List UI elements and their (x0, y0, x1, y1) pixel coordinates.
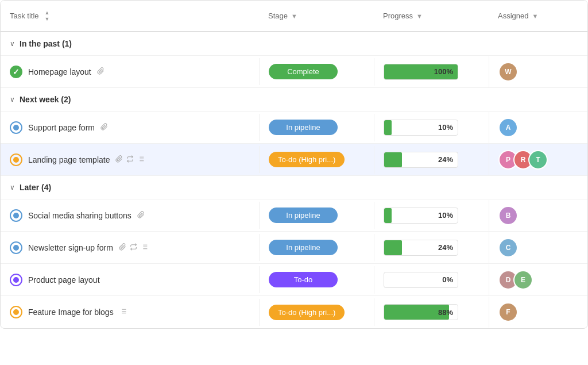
progress-label-feature-image-blogs: 88% (438, 308, 453, 317)
assigned-label: Assigned (498, 11, 528, 20)
chevron-icon: ∨ (10, 95, 15, 103)
avatar: B (498, 206, 518, 225)
group-title: In the past (1) (20, 39, 72, 48)
task-status-icon-homepage-layout: ✓ (10, 66, 22, 78)
assigned-cell-feature-image-blogs: F (489, 297, 586, 328)
stage-label: Stage (268, 11, 288, 20)
avatar-group-newsletter-signup: C (498, 238, 518, 258)
paperclip-icon (137, 211, 145, 220)
avatar-group-social-media-sharing: B (498, 206, 518, 225)
repeat-icon (126, 155, 134, 164)
group-header-next-week[interactable]: ∨ Next week (2) (1, 88, 587, 112)
stage-badge-product-page-layout[interactable]: To-do (269, 272, 338, 287)
progress-fill-social-media-sharing (384, 208, 392, 223)
stage-badge-feature-image-blogs[interactable]: To-do (High pri...) (269, 305, 345, 320)
progress-label-social-media-sharing: 10% (438, 211, 453, 220)
progress-bar-homepage-layout: 100% (384, 64, 458, 80)
chevron-down-icon: ▼ (291, 13, 297, 20)
avatar-group-homepage-layout: W (498, 62, 518, 82)
avatar: F (498, 302, 518, 322)
task-cell-newsletter-signup: Newsletter sign-up form (1, 236, 259, 260)
task-cell-feature-image-blogs: Feature Image for blogs (1, 300, 259, 324)
stage-cell-landing-page-template: To-do (High pri...) (259, 146, 374, 173)
task-title-product-page-layout[interactable]: Product page layout (28, 275, 100, 285)
avatar: C (498, 238, 518, 258)
avatar-group-landing-page-template: PRT (498, 150, 548, 170)
task-row-homepage-layout: ✓Homepage layoutComplete100%W (1, 56, 587, 88)
table-header: Task title ▲ ▼ Stage ▼ Progress ▼ Assign… (1, 1, 587, 32)
paperclip-icon (97, 67, 105, 76)
task-cell-support-page-form: Support page form (1, 116, 259, 140)
progress-cell-landing-page-template: 24% (374, 146, 489, 174)
stage-badge-homepage-layout[interactable]: Complete (269, 64, 338, 79)
avatar: E (513, 270, 533, 290)
checkmark-icon: ✓ (13, 67, 20, 76)
progress-cell-homepage-layout: 100% (374, 58, 489, 86)
avatar-group-product-page-layout: DE (498, 270, 533, 290)
task-row-feature-image-blogs: Feature Image for blogsTo-do (High pri..… (1, 296, 587, 328)
task-cell-landing-page-template: Landing page template (1, 148, 259, 172)
task-row-landing-page-template: Landing page templateTo-do (High pri...)… (1, 144, 587, 176)
paperclip-icon (115, 155, 123, 164)
task-title-homepage-layout[interactable]: Homepage layout (28, 67, 91, 76)
progress-bar-newsletter-signup: 24% (384, 240, 458, 256)
task-row-newsletter-signup: Newsletter sign-up formIn pipeline24%C (1, 232, 587, 264)
progress-bar-feature-image-blogs: 88% (384, 304, 458, 320)
circle-icon (13, 309, 19, 315)
progress-label-landing-page-template: 24% (438, 155, 453, 164)
task-status-icon-support-page-form (10, 121, 22, 134)
sort-icon: ▲ ▼ (45, 10, 50, 22)
circle-icon (13, 125, 19, 130)
task-title-label: Task title (10, 11, 39, 20)
chevron-down-icon: ▼ (416, 13, 423, 20)
header-assigned[interactable]: Assigned ▼ (489, 6, 586, 25)
stage-cell-homepage-layout: Complete (259, 58, 374, 85)
task-action-icons-landing-page-template (115, 155, 145, 164)
task-row-product-page-layout: Product page layoutTo-do0%DE (1, 264, 587, 296)
progress-label-homepage-layout: 100% (434, 67, 453, 76)
progress-label-support-page-form: 10% (438, 123, 453, 132)
assigned-cell-support-page-form: A (489, 112, 586, 143)
paperclip-icon (100, 123, 108, 132)
circle-icon (13, 245, 19, 251)
assigned-cell-newsletter-signup: C (489, 232, 586, 263)
stage-cell-newsletter-signup: In pipeline (259, 234, 374, 261)
task-action-icons-support-page-form (100, 123, 108, 132)
progress-label-product-page-layout: 0% (442, 275, 453, 284)
header-task-title[interactable]: Task title ▲ ▼ (1, 6, 259, 25)
circle-icon (13, 213, 19, 218)
task-title-newsletter-signup[interactable]: Newsletter sign-up form (28, 243, 113, 252)
task-title-landing-page-template[interactable]: Landing page template (28, 155, 110, 164)
stage-badge-newsletter-signup[interactable]: In pipeline (269, 240, 338, 255)
avatar-group-feature-image-blogs: F (498, 302, 518, 322)
progress-fill-support-page-form (384, 120, 392, 135)
avatar-group-support-page-form: A (498, 118, 518, 137)
task-cell-social-media-sharing: Social media sharing buttons (1, 203, 259, 228)
stage-cell-product-page-layout: To-do (259, 266, 374, 293)
header-progress[interactable]: Progress ▼ (374, 6, 489, 25)
task-title-feature-image-blogs[interactable]: Feature Image for blogs (28, 308, 114, 317)
avatar: A (498, 118, 518, 137)
stage-badge-landing-page-template[interactable]: To-do (High pri...) (269, 152, 345, 167)
group-header-later[interactable]: ∨ Later (4) (1, 176, 587, 199)
header-stage[interactable]: Stage ▼ (259, 6, 374, 25)
assigned-cell-landing-page-template: PRT (489, 144, 586, 175)
task-status-icon-landing-page-template (10, 153, 22, 166)
progress-bar-social-media-sharing: 10% (384, 208, 458, 224)
task-cell-product-page-layout: Product page layout (1, 268, 259, 292)
avatar: W (498, 62, 518, 82)
group-header-in-the-past[interactable]: ∨ In the past (1) (1, 32, 587, 56)
stage-badge-social-media-sharing[interactable]: In pipeline (269, 208, 338, 223)
circle-icon (13, 157, 19, 163)
task-title-social-media-sharing[interactable]: Social media sharing buttons (28, 211, 131, 220)
progress-label: Progress (383, 11, 413, 20)
progress-cell-newsletter-signup: 24% (374, 234, 489, 262)
assigned-cell-product-page-layout: DE (489, 264, 586, 295)
task-title-support-page-form[interactable]: Support page form (28, 123, 95, 132)
progress-cell-social-media-sharing: 10% (374, 202, 489, 229)
task-row-support-page-form: Support page formIn pipeline10%A (1, 112, 587, 144)
task-action-icons-feature-image-blogs (119, 308, 127, 317)
progress-label-newsletter-signup: 24% (438, 243, 453, 252)
task-cell-homepage-layout: ✓Homepage layout (1, 60, 259, 84)
stage-badge-support-page-form[interactable]: In pipeline (269, 120, 338, 135)
